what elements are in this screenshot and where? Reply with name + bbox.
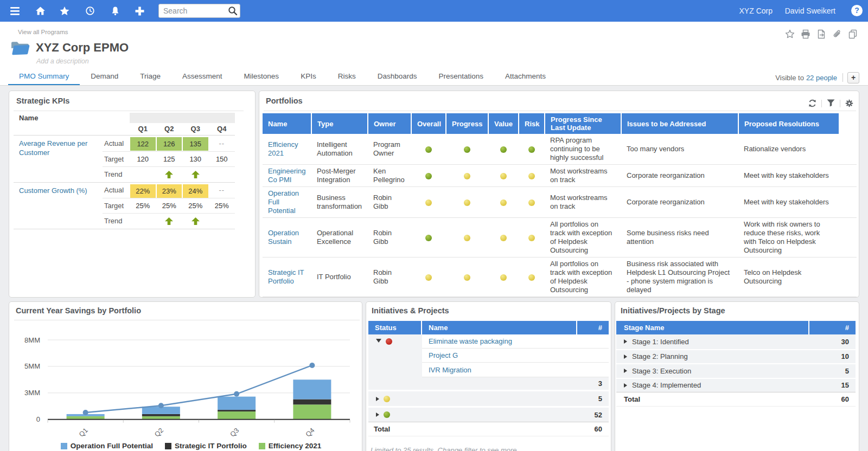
status-group-yellow[interactable]	[368, 390, 422, 406]
user-menu[interactable]: David Sweikert	[785, 0, 835, 22]
collapse-icon[interactable]	[376, 339, 381, 343]
export-icon[interactable]	[816, 29, 826, 39]
column-header[interactable]: Value	[488, 113, 519, 134]
portfolio-link[interactable]: Operation Sustain	[268, 229, 299, 246]
column-header[interactable]: Overall	[411, 113, 446, 134]
visible-to-link[interactable]: 22 people	[806, 74, 837, 82]
x-axis-label: Q4	[304, 427, 316, 439]
column-header[interactable]: Risk	[519, 113, 545, 134]
portfolio-link[interactable]: Operation Full Potential	[268, 189, 299, 215]
description-placeholder[interactable]: Add a description	[36, 57, 89, 65]
tab-demand[interactable]: Demand	[80, 69, 129, 86]
column-header[interactable]: Proposed Resolutions	[738, 113, 839, 134]
add-icon[interactable]	[132, 0, 147, 22]
expand-icon[interactable]	[376, 413, 379, 417]
y-axis-label: 0	[36, 415, 40, 423]
kpi-link[interactable]: Customer Growth (%)	[19, 186, 87, 196]
filler-cell	[839, 134, 857, 165]
portfolio-link[interactable]: Engineering Co PMI	[268, 167, 305, 184]
copy-icon[interactable]	[848, 29, 858, 39]
expand-icon[interactable]	[376, 397, 379, 401]
initiatives-table: StatusName#Eliminate waste packagingProj…	[368, 321, 609, 436]
trend-up-icon	[165, 171, 173, 178]
portfolio-cell: Program Owner	[368, 134, 411, 165]
tab-attachments[interactable]: Attachments	[494, 69, 557, 86]
column-header[interactable]: Type	[311, 113, 368, 134]
home-icon[interactable]	[33, 0, 48, 22]
settings-icon[interactable]	[845, 99, 853, 107]
stage-row[interactable]: Stage 1: Identified	[616, 334, 809, 349]
initiative-link[interactable]: Eliminate waste packaging	[429, 337, 512, 345]
search-icon[interactable]	[228, 6, 238, 16]
expand-icon[interactable]	[624, 383, 627, 388]
status-group-green[interactable]	[368, 406, 422, 422]
filter-icon[interactable]	[827, 99, 835, 107]
expand-icon[interactable]	[624, 369, 627, 373]
trend-point[interactable]	[309, 363, 315, 368]
savings-chart-svg: 03MM5MM8MMQ1Q2Q3Q4	[9, 320, 362, 442]
tab-dashboards[interactable]: Dashboards	[367, 69, 428, 86]
bar-segment[interactable]	[218, 397, 256, 410]
bar-segment[interactable]	[293, 379, 331, 399]
help-icon[interactable]: ?	[851, 5, 863, 16]
portfolio-cell: Meet with key stakeholders	[738, 187, 839, 218]
bar-segment[interactable]	[293, 400, 331, 405]
trend-point[interactable]	[234, 391, 239, 397]
column-header[interactable]: Progress	[446, 113, 488, 134]
stage-label: Stage 2: Planning	[632, 352, 688, 360]
breadcrumb[interactable]: View all Programs	[18, 29, 68, 35]
column-header[interactable]: Progress Since Last Update	[545, 113, 621, 134]
print-icon[interactable]	[801, 29, 810, 39]
expand-icon[interactable]	[624, 355, 627, 359]
stage-row[interactable]: Stage 3: Execution	[616, 363, 809, 378]
column-header-name[interactable]: Name	[422, 321, 577, 334]
trend-point[interactable]	[83, 410, 88, 415]
column-header-status[interactable]: Status	[368, 321, 422, 334]
total-count: 60	[809, 392, 856, 407]
column-header[interactable]: Issues to be Addressed	[621, 113, 738, 134]
column-header-count[interactable]: #	[577, 321, 609, 334]
tab-presentations[interactable]: Presentations	[427, 69, 494, 86]
column-header-count[interactable]: #	[809, 321, 856, 334]
attachment-icon[interactable]	[832, 29, 842, 39]
kpi-link[interactable]: Average Revenue per Customer	[19, 139, 100, 158]
bar-segment[interactable]	[218, 410, 256, 411]
trend-point[interactable]	[158, 403, 164, 408]
notifications-icon[interactable]	[107, 0, 123, 22]
kpi-trend-value	[209, 214, 235, 229]
stage-row[interactable]: Stage 2: Planning	[616, 349, 809, 364]
kpi-target-value: 130	[182, 152, 209, 167]
column-header-stage[interactable]: Stage Name	[616, 321, 809, 334]
column-header[interactable]: Name	[263, 113, 311, 134]
bar-segment[interactable]	[218, 411, 256, 420]
column-header[interactable]: Owner	[368, 113, 411, 134]
add-people-button[interactable]: +	[847, 72, 859, 83]
stage-count: 5	[809, 363, 856, 378]
expand-icon[interactable]	[624, 339, 627, 344]
portfolio-cell: All portfolios on track with exception o…	[545, 218, 621, 257]
favorites-icon[interactable]	[57, 0, 72, 22]
refresh-icon[interactable]	[808, 99, 816, 107]
tab-kpis[interactable]: KPIs	[290, 69, 327, 86]
org-menu[interactable]: XYZ Corp	[739, 0, 773, 22]
tab-pmo-summary[interactable]: PMO Summary	[8, 69, 80, 86]
tab-milestones[interactable]: Milestones	[233, 69, 290, 86]
status-green-dot	[500, 146, 507, 153]
initiative-link[interactable]: Project G	[429, 351, 458, 359]
portfolio-row: Engineering Co PMIPost-Merger Integratio…	[263, 165, 857, 187]
tab-triage[interactable]: Triage	[129, 69, 171, 86]
portfolio-cell: Some business risks need attention	[621, 218, 738, 257]
bar-segment[interactable]	[142, 414, 180, 416]
tab-assessment[interactable]: Assessment	[171, 69, 233, 86]
bar-segment[interactable]	[293, 404, 331, 419]
stage-row[interactable]: Stage 4: Implemented	[616, 378, 809, 392]
portfolio-link[interactable]: Efficiency 2021	[268, 140, 298, 157]
menu-icon[interactable]	[7, 0, 22, 22]
tab-risks[interactable]: Risks	[327, 69, 367, 86]
recent-icon[interactable]	[82, 0, 98, 22]
favorite-icon[interactable]	[785, 29, 795, 39]
initiative-link[interactable]: IVR Migration	[429, 366, 471, 374]
kpi-actual-value: 135	[182, 136, 209, 152]
portfolio-link[interactable]: Strategic IT Portfolio	[268, 268, 304, 285]
status-group-red[interactable]	[368, 334, 422, 390]
